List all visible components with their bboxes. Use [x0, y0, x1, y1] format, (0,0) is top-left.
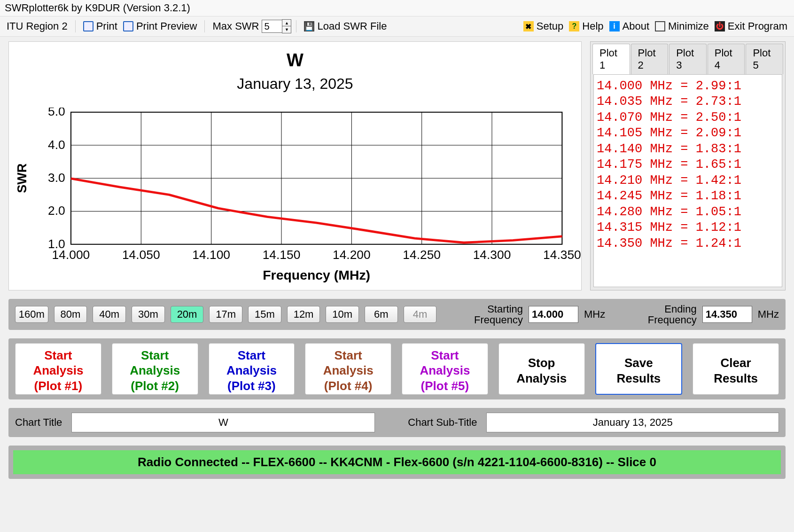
svg-text:Frequency (MHz): Frequency (MHz)	[263, 268, 370, 282]
chart-title: W	[9, 50, 581, 70]
stop-analysis-button[interactable]: Stop Analysis	[498, 343, 585, 395]
band-12m-button[interactable]: 12m	[287, 306, 320, 323]
setup-button[interactable]: ✖ Setup	[521, 19, 567, 33]
svg-text:3.0: 3.0	[48, 172, 65, 184]
print-button[interactable]: Print	[80, 19, 120, 33]
exit-program-button[interactable]: ⏻ Exit Program	[712, 19, 790, 33]
band-160m-button[interactable]: 160m	[15, 306, 48, 323]
band-6m-button[interactable]: 6m	[365, 306, 398, 323]
plot-tab-5[interactable]: Plot 5	[746, 44, 783, 74]
svg-text:14.350: 14.350	[543, 248, 581, 261]
svg-text:14.050: 14.050	[122, 248, 160, 261]
starting-frequency-label: Starting Frequency	[448, 304, 523, 325]
svg-text:14.200: 14.200	[333, 248, 371, 261]
tools-icon: ✖	[523, 21, 534, 31]
band-30m-button[interactable]: 30m	[132, 306, 165, 323]
plot-tab-2[interactable]: Plot 2	[631, 44, 669, 74]
minimize-button[interactable]: Minimize	[652, 19, 712, 33]
plot-tab-3[interactable]: Plot 3	[669, 44, 707, 74]
chart-sub-title-input[interactable]	[486, 413, 779, 432]
band-40m-button[interactable]: 40m	[93, 306, 126, 323]
plot-data-list[interactable]: 14.000 MHz = 2.99:1 14.035 MHz = 2.73:1 …	[593, 74, 782, 287]
plot-tab-1[interactable]: Plot 1	[592, 44, 630, 74]
chart-subtitle: January 13, 2025	[9, 75, 581, 93]
spinner-down-icon[interactable]: ▼	[282, 26, 291, 32]
svg-text:4.0: 4.0	[48, 138, 65, 151]
svg-text:2.0: 2.0	[48, 204, 65, 217]
swr-chart: W January 13, 2025 1.02.03.04.05.014.000…	[8, 41, 582, 290]
band-15m-button[interactable]: 15m	[248, 306, 281, 323]
max-swr-spinner[interactable]: ▲ ▼	[282, 19, 291, 33]
radio-status: Radio Connected -- FLEX-6600 -- KK4CNM -…	[13, 450, 781, 474]
minimize-icon	[655, 21, 665, 31]
band-17m-button[interactable]: 17m	[209, 306, 242, 323]
load-swr-file-button[interactable]: 💾 Load SWR File	[301, 19, 389, 33]
chart-title-input[interactable]	[71, 413, 375, 432]
floppy-icon: 💾	[304, 21, 314, 31]
start-analysis-plot3-button[interactable]: Start Analysis (Plot #3)	[209, 343, 295, 395]
start-analysis-plot4-button[interactable]: Start Analysis (Plot #4)	[305, 343, 391, 395]
info-icon: i	[609, 21, 620, 31]
printer-icon	[83, 21, 93, 31]
svg-text:14.100: 14.100	[192, 248, 230, 261]
window-title: SWRplotter6k by K9DUR (Version 3.2.1)	[0, 0, 794, 16]
chart-title-label: Chart Title	[15, 416, 62, 429]
band-20m-button[interactable]: 20m	[171, 306, 204, 323]
ending-frequency-label: Ending Frequency	[624, 304, 696, 325]
band-80m-button[interactable]: 80m	[54, 306, 87, 323]
printer-icon	[123, 21, 133, 31]
plot-tab-4[interactable]: Plot 4	[708, 44, 745, 74]
svg-text:14.300: 14.300	[473, 248, 511, 261]
plot-data-panel: Plot 1Plot 2Plot 3Plot 4Plot 5 14.000 MH…	[590, 41, 786, 290]
band-4m-button: 4m	[404, 306, 437, 323]
start-analysis-plot5-button[interactable]: Start Analysis (Plot #5)	[402, 343, 488, 395]
ending-frequency-input[interactable]	[702, 306, 752, 323]
svg-text:14.150: 14.150	[263, 248, 301, 261]
clear-results-button[interactable]: Clear Results	[693, 343, 779, 395]
start-analysis-plot1-button[interactable]: Start Analysis (Plot #1)	[15, 343, 101, 395]
chart-sub-title-label: Chart Sub-Title	[408, 416, 477, 429]
max-swr-label: Max SWR	[210, 19, 262, 33]
svg-text:5.0: 5.0	[48, 108, 65, 118]
about-button[interactable]: i About	[607, 19, 653, 33]
power-icon: ⏻	[715, 21, 725, 31]
ending-frequency-unit: MHz	[758, 308, 779, 321]
print-preview-button[interactable]: Print Preview	[120, 19, 200, 33]
question-icon: ?	[569, 21, 579, 31]
help-button[interactable]: ? Help	[566, 19, 606, 33]
toolbar: ITU Region 2 Print Print Preview Max SWR…	[0, 16, 794, 37]
band-10m-button[interactable]: 10m	[326, 306, 359, 323]
starting-frequency-unit: MHz	[584, 308, 605, 321]
svg-text:14.250: 14.250	[403, 248, 441, 261]
svg-text:SWR: SWR	[14, 164, 29, 193]
svg-text:14.000: 14.000	[52, 248, 90, 261]
save-results-button[interactable]: Save Results	[595, 343, 683, 395]
itu-region-button[interactable]: ITU Region 2	[4, 19, 70, 33]
max-swr-input[interactable]	[262, 20, 282, 33]
spinner-up-icon[interactable]: ▲	[282, 20, 291, 26]
start-analysis-plot2-button[interactable]: Start Analysis (Plot #2)	[112, 343, 198, 395]
starting-frequency-input[interactable]	[529, 306, 578, 323]
